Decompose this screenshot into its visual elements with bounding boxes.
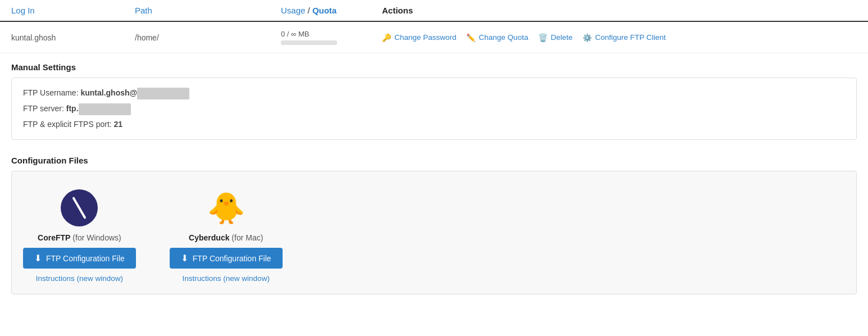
ftp-username-blurred: hostname.com (137, 88, 189, 100)
account-actions: 🔑 Change Password ✏️ Change Quota 🗑️ Del… (382, 33, 857, 42)
account-usage: 0 / ∞ MB (281, 30, 382, 45)
coreftp-instructions-link[interactable]: Instructions (new window) (36, 274, 123, 283)
account-username: kuntal.ghosh (11, 33, 135, 42)
header-actions: Actions (382, 6, 857, 15)
change-password-link[interactable]: 🔑 Change Password (382, 33, 456, 42)
cyberduck-instructions-link[interactable]: Instructions (new window) (183, 274, 270, 283)
header-slash: / (305, 6, 312, 15)
config-files-box: CoreFTP (for Windows) ⬇ FTP Configuratio… (11, 171, 857, 294)
ftp-port-value: 21 (114, 120, 123, 129)
usage-bar-background (281, 40, 337, 45)
table-header: Log In Path Usage / Quota Actions (0, 0, 868, 22)
ftp-server-line: FTP server: ftp.hostname.com (23, 103, 845, 115)
ftp-username-label: FTP Username: (23, 88, 80, 97)
manual-settings-title: Manual Settings (0, 53, 868, 78)
coreftp-btn-label: FTP Configuration File (46, 254, 125, 263)
change-quota-link[interactable]: ✏️ Change Quota (466, 33, 528, 42)
header-usage: Usage / Quota (281, 6, 382, 15)
delete-link[interactable]: 🗑️ Delete (538, 33, 572, 42)
ftp-port-line: FTP & explicit FTPS port: 21 (23, 119, 845, 130)
usage-quota-header: Usage / Quota (281, 6, 337, 15)
cyberduck-name-bold: Cyberduck (189, 233, 229, 242)
username-value: kuntal.ghosh (11, 33, 56, 42)
actions-header-label: Actions (382, 6, 413, 15)
usage-sep: / (285, 30, 291, 38)
config-files-title: Configuration Files (0, 151, 868, 171)
usage-header-label: Usage (281, 6, 305, 15)
key-icon: 🔑 (382, 33, 392, 42)
ftp-port-label: FTP & explicit FTPS port: (23, 120, 114, 129)
delete-label: Delete (551, 33, 572, 42)
ftp-server-label: FTP server: (23, 104, 66, 113)
configure-ftp-label: Configure FTP Client (595, 33, 666, 42)
pencil-icon: ✏️ (466, 33, 476, 42)
manual-settings-box: FTP Username: kuntal.ghosh@hostname.com … (11, 78, 857, 140)
cyberduck-item: 🐥 Cyberduck (for Mac) ⬇ FTP Configuratio… (170, 188, 283, 283)
configure-ftp-link[interactable]: ⚙️ Configure FTP Client (583, 33, 666, 42)
cyberduck-name: Cyberduck (for Mac) (189, 233, 263, 242)
ftp-username-line: FTP Username: kuntal.ghosh@hostname.com (23, 87, 845, 99)
ftp-server-blurred: hostname.com (79, 103, 131, 116)
usage-inf: ∞ (291, 30, 296, 38)
cyberduck-icon-wrapper: 🐥 (206, 188, 246, 228)
coreftp-slash-shape (72, 197, 87, 219)
change-password-label: Change Password (394, 33, 456, 42)
login-header-link[interactable]: Log In (11, 6, 35, 15)
cyberduck-btn-label: FTP Configuration File (193, 254, 271, 263)
cyberduck-platform-text: (for Mac) (231, 233, 263, 242)
cyberduck-config-btn[interactable]: ⬇ FTP Configuration File (170, 248, 283, 269)
header-path: Path (135, 6, 281, 15)
coreftp-icon-wrapper (60, 188, 99, 228)
ftp-server-value: ftp. (66, 104, 79, 113)
usage-unit: MB (296, 30, 309, 38)
coreftp-name-bold: CoreFTP (38, 233, 70, 242)
cyberduck-download-icon: ⬇ (181, 253, 188, 264)
path-value: /home/ (135, 33, 159, 42)
ftp-account-row: kuntal.ghosh /home/ 0 / ∞ MB 🔑 Change Pa… (0, 22, 868, 53)
ftp-username-value: kuntal.ghosh@ (80, 88, 137, 97)
coreftp-config-btn[interactable]: ⬇ FTP Configuration File (23, 248, 136, 269)
coreftp-icon (61, 189, 98, 226)
gear-icon: ⚙️ (583, 33, 592, 42)
coreftp-download-icon: ⬇ (34, 253, 42, 264)
change-quota-label: Change Quota (479, 33, 528, 42)
quota-header-label: Quota (312, 6, 337, 15)
cyberduck-icon: 🐥 (207, 193, 245, 223)
trash-icon: 🗑️ (538, 33, 548, 42)
coreftp-name: CoreFTP (for Windows) (38, 233, 121, 242)
coreftp-item: CoreFTP (for Windows) ⬇ FTP Configuratio… (23, 188, 136, 283)
path-header-link[interactable]: Path (135, 6, 152, 15)
usage-text: 0 / ∞ MB (281, 30, 382, 38)
account-path: /home/ (135, 33, 281, 42)
header-login: Log In (11, 6, 135, 15)
coreftp-platform-text: (for Windows) (72, 233, 121, 242)
